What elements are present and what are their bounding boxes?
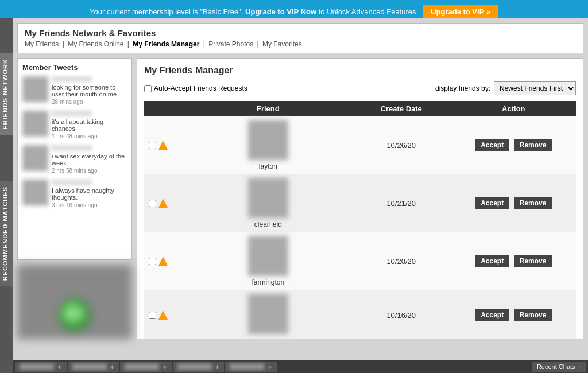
- tweet-content: i want sex everyday of the week 2 hrs 58…: [52, 145, 127, 174]
- sidebar-tab-friends-network[interactable]: FRIENDS NETWORK: [0, 53, 13, 135]
- remove-button[interactable]: Remove: [514, 309, 552, 321]
- friend-checkbox[interactable]: [149, 142, 156, 149]
- nav-my-friends[interactable]: My Friends: [25, 40, 59, 48]
- friend-checkbox[interactable]: [149, 258, 156, 265]
- left-panel: Member Tweets looking for someone to use…: [17, 58, 132, 339]
- col-action: Action: [451, 101, 576, 116]
- tweet-item: i want sex everyday of the week 2 hrs 58…: [22, 145, 127, 174]
- accept-button[interactable]: Accept: [475, 309, 509, 321]
- tweet-avatar: [22, 145, 48, 171]
- table-row: farmington 10/20/20 Accept Remove: [144, 232, 576, 290]
- friend-date: 10/21/20: [351, 174, 451, 232]
- check-warn: [149, 199, 180, 208]
- warning-icon: [158, 310, 168, 320]
- display-friends-container: display friends by: Newest Friends First…: [435, 81, 576, 95]
- accept-button[interactable]: Accept: [475, 255, 509, 267]
- friend-photo: [248, 178, 288, 218]
- friend-name: clearfield: [254, 220, 282, 228]
- chat-plus-1[interactable]: +: [57, 363, 62, 371]
- friend-actions: Accept Remove: [451, 116, 576, 174]
- row-checkbox-cell: [144, 232, 185, 290]
- tweet-username: [52, 76, 92, 82]
- tweet-time: 3 hrs 16 mins ago: [52, 202, 127, 208]
- display-friends-select[interactable]: Newest Friends First Oldest Friends Firs…: [494, 81, 576, 95]
- col-checkbox: [144, 101, 185, 116]
- tweet-text: it's all about taking chances: [52, 118, 127, 132]
- tweet-text: looking for someone to user their mouth …: [52, 84, 127, 98]
- remove-button[interactable]: Remove: [514, 255, 552, 267]
- friends-manager-controls: Auto-Accept Friends Requests display fri…: [144, 81, 576, 95]
- chat-tab-1[interactable]: +: [15, 362, 67, 372]
- row-checkbox-cell: [144, 116, 185, 174]
- check-warn: [149, 257, 180, 266]
- col-create-date: Create Date: [351, 101, 451, 116]
- warning-icon: [158, 141, 168, 150]
- tweet-content: I always have naughty thoughts. 3 hrs 16…: [52, 180, 127, 208]
- friend-actions: Accept Remove: [451, 232, 576, 290]
- content-row: Member Tweets looking for someone to use…: [17, 58, 583, 339]
- friend-photo: [248, 294, 288, 334]
- chat-tab-5[interactable]: +: [225, 362, 277, 372]
- chat-plus-2[interactable]: +: [110, 363, 115, 371]
- friend-name: layton: [259, 162, 277, 170]
- friend-photo: [248, 120, 288, 160]
- tweet-text: I always have naughty thoughts.: [52, 187, 127, 201]
- go-button[interactable]: GO: [59, 299, 91, 331]
- tweet-avatar: [22, 180, 48, 205]
- sidebar-tab-recommended-matches[interactable]: RECOMMENDED MATCHES: [0, 181, 13, 286]
- chat-user-name-1: [20, 364, 54, 370]
- chat-plus-3[interactable]: +: [163, 363, 167, 371]
- left-sidebar: FRIENDS NETWORK RECOMMENDED MATCHES: [0, 18, 13, 373]
- col-friend: Friend: [185, 101, 351, 116]
- check-warn: [149, 310, 180, 320]
- auto-accept-container: Auto-Accept Friends Requests: [144, 84, 247, 92]
- table-row: clearfield 10/21/20 Accept Remove: [144, 174, 576, 232]
- friends-network-title: My Friends Network & Favorites: [25, 28, 576, 38]
- nav-private-photos[interactable]: Private Photos: [208, 40, 253, 48]
- tweet-item: looking for someone to user their mouth …: [22, 76, 127, 105]
- nav-my-favorites[interactable]: My Favorites: [262, 40, 302, 48]
- table-row: 10/16/20 Accept Remove: [144, 290, 576, 340]
- friends-nav: My Friends | My Friends Online | My Frie…: [25, 40, 576, 48]
- accept-button[interactable]: Accept: [475, 139, 509, 151]
- recent-chats-plus[interactable]: +: [578, 363, 581, 370]
- row-checkbox-cell: [144, 174, 185, 232]
- tweet-avatar: [22, 111, 48, 137]
- tweet-avatar: [22, 76, 48, 102]
- friend-checkbox[interactable]: [149, 200, 156, 207]
- nav-my-friends-online[interactable]: My Friends Online: [68, 40, 123, 48]
- remove-button[interactable]: Remove: [514, 197, 552, 209]
- table-header-row: Friend Create Date Action: [144, 101, 576, 116]
- chat-tab-4[interactable]: +: [173, 362, 225, 372]
- chat-bar: + + + + + Recent Chats +: [13, 360, 588, 373]
- tweet-time: 1 hrs 48 mins ago: [52, 133, 127, 139]
- nav-my-friends-manager[interactable]: My Friends Manager: [133, 40, 199, 48]
- profile-image-preview: GO: [17, 265, 132, 339]
- chat-tab-2[interactable]: +: [68, 362, 119, 372]
- row-checkbox-cell: [144, 290, 185, 340]
- chat-tab-3[interactable]: +: [120, 362, 172, 372]
- tweet-username: [52, 180, 92, 185]
- tweet-content: it's all about taking chances 1 hrs 48 m…: [52, 111, 127, 139]
- tweet-username: [52, 145, 92, 151]
- tweet-text: i want sex everyday of the week: [52, 153, 127, 166]
- auto-accept-checkbox[interactable]: [144, 85, 152, 92]
- friends-table: Friend Create Date Action: [144, 101, 576, 339]
- friend-actions: Accept Remove: [451, 174, 576, 232]
- friend-name: farmington: [252, 278, 285, 286]
- friend-cell: [185, 290, 351, 340]
- accept-button[interactable]: Accept: [475, 197, 509, 209]
- chat-plus-5[interactable]: +: [268, 363, 272, 371]
- remove-button[interactable]: Remove: [514, 139, 552, 151]
- recent-chats-tab[interactable]: Recent Chats +: [532, 362, 586, 372]
- friend-cell: layton: [185, 116, 351, 174]
- chat-plus-4[interactable]: +: [215, 363, 220, 371]
- upgrade-vip-button[interactable]: Upgrade to VIP »: [423, 5, 498, 19]
- chat-user-name-3: [125, 364, 159, 370]
- friend-actions: Accept Remove: [451, 290, 576, 340]
- tweet-time: 28 mins ago: [52, 99, 127, 105]
- friend-checkbox[interactable]: [149, 312, 156, 319]
- check-warn: [149, 141, 180, 150]
- tweet-content: looking for someone to user their mouth …: [52, 76, 127, 105]
- main-area: My Friends Network & Favorites My Friend…: [13, 18, 588, 360]
